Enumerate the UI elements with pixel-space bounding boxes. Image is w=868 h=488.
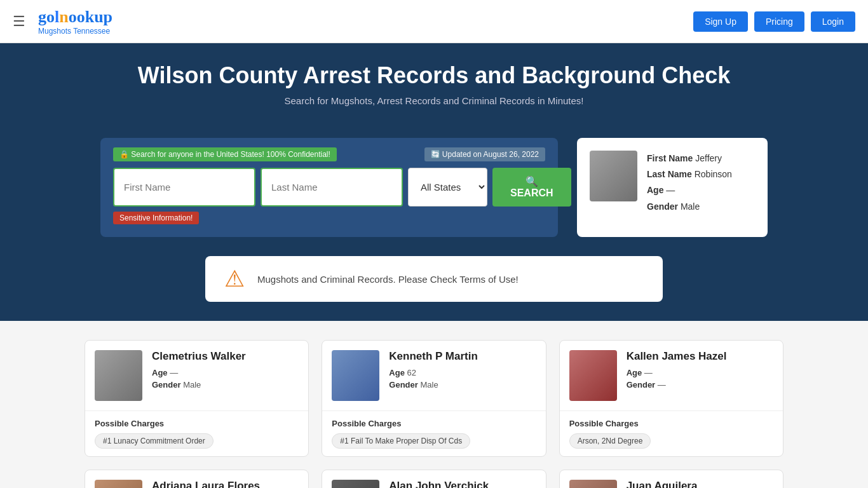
charges-section: Possible Charges #1 Lunacy Commitment Or… xyxy=(85,410,308,456)
confidential-badge: 🔒 Search for anyone in the United States… xyxy=(113,147,337,161)
charges-title: Possible Charges xyxy=(332,419,536,428)
profile-last-name: Last Name Robinson xyxy=(647,166,732,182)
person-age: Age 62 xyxy=(389,368,536,377)
cards-grid: Clemetrius Walker Age — Gender Male Poss… xyxy=(85,340,783,488)
person-name: Clemetrius Walker xyxy=(152,350,299,363)
person-info: Adriana Laura Flores Age — Gender — xyxy=(152,480,299,488)
charges-section: Possible Charges Arson, 2Nd Degree xyxy=(560,410,783,456)
charges-title: Possible Charges xyxy=(95,419,299,428)
charge-badge: #1 Fail To Make Proper Disp Of Cds xyxy=(332,433,470,449)
page-title: Wilson County Arrest Records and Backgro… xyxy=(13,62,855,89)
person-avatar xyxy=(569,350,617,401)
signup-button[interactable]: Sign Up xyxy=(693,11,748,32)
person-card[interactable]: Clemetrius Walker Age — Gender Male Poss… xyxy=(85,340,309,457)
person-avatar xyxy=(95,350,142,401)
profile-first-name: First Name Jeffery xyxy=(647,151,732,166)
pricing-button[interactable]: Pricing xyxy=(754,11,804,32)
person-name: Alan John Verchick xyxy=(389,480,536,488)
profile-gender: Gender Male xyxy=(647,199,732,215)
person-age: Age — xyxy=(627,368,773,377)
person-gender: Gender — xyxy=(627,380,773,390)
person-avatar xyxy=(569,480,617,488)
person-info: Alan John Verchick Age — Gender Male xyxy=(389,480,536,488)
charges-section: Possible Charges #1 Fail To Make Proper … xyxy=(322,410,545,456)
person-card[interactable]: Juan Aguilera Age — Gender Male Possible… xyxy=(559,470,783,488)
profile-card-inner: First Name Jeffery Last Name Robinson Ag… xyxy=(590,151,755,215)
person-card[interactable]: Adriana Laura Flores Age — Gender — Poss… xyxy=(85,470,309,488)
hero-subtitle: Search for Mugshots, Arrest Records and … xyxy=(13,95,855,106)
person-gender: Gender Male xyxy=(152,380,299,390)
person-card-top: Juan Aguilera Age — Gender Male xyxy=(560,470,783,488)
person-info: Clemetrius Walker Age — Gender Male xyxy=(152,350,299,392)
person-gender: Gender Male xyxy=(389,380,536,390)
charges-title: Possible Charges xyxy=(569,419,773,428)
profile-info: First Name Jeffery Last Name Robinson Ag… xyxy=(647,151,732,215)
person-name: Juan Aguilera xyxy=(627,480,773,488)
updated-badge: 🔄 Updated on August 26, 2022 xyxy=(424,147,545,161)
hero-section: Wilson County Arrest Records and Backgro… xyxy=(0,43,868,138)
search-area: 🔒 Search for anyone in the United States… xyxy=(0,138,868,256)
person-age: Age — xyxy=(152,368,299,377)
person-info: Kallen James Hazel Age — Gender — xyxy=(627,350,773,392)
header: ☰ golnookup Mugshots Tennessee Sign Up P… xyxy=(0,0,868,43)
charge-badge: #1 Lunacy Commitment Order xyxy=(95,433,214,449)
search-button[interactable]: 🔍 SEARCH xyxy=(492,168,571,207)
sensitive-warning: Sensitive Information! xyxy=(113,212,199,224)
profile-card: First Name Jeffery Last Name Robinson Ag… xyxy=(577,138,768,237)
person-name: Kallen James Hazel xyxy=(627,350,773,363)
person-avatar xyxy=(332,480,379,488)
login-button[interactable]: Login xyxy=(811,11,855,32)
charge-badge: Arson, 2Nd Degree xyxy=(569,433,651,449)
logo[interactable]: golnookup Mugshots Tennessee xyxy=(38,8,112,36)
person-avatar xyxy=(332,350,379,401)
search-box: 🔒 Search for anyone in the United States… xyxy=(100,138,558,237)
person-card-top: Kallen James Hazel Age — Gender — xyxy=(560,341,783,410)
person-name: Adriana Laura Flores xyxy=(152,480,299,488)
person-info: Kenneth P Martin Age 62 Gender Male xyxy=(389,350,536,392)
content-area: Clemetrius Walker Age — Gender Male Poss… xyxy=(0,321,868,488)
person-card[interactable]: Kenneth P Martin Age 62 Gender Male Poss… xyxy=(322,340,546,457)
hamburger-icon[interactable]: ☰ xyxy=(13,13,25,30)
profile-age: Age — xyxy=(647,182,732,198)
person-card[interactable]: Alan John Verchick Age — Gender Male Pos… xyxy=(322,470,546,488)
logo-subtitle: Mugshots Tennessee xyxy=(38,27,112,36)
search-info-bar: 🔒 Search for anyone in the United States… xyxy=(113,147,545,161)
person-card[interactable]: Kallen James Hazel Age — Gender — Possib… xyxy=(559,340,783,457)
header-buttons: Sign Up Pricing Login xyxy=(693,11,855,32)
person-avatar xyxy=(95,480,142,488)
state-select[interactable]: All States Alabama Alaska Tennessee xyxy=(408,168,487,207)
person-card-top: Alan John Verchick Age — Gender Male xyxy=(322,470,545,488)
person-card-top: Clemetrius Walker Age — Gender Male xyxy=(85,341,308,410)
first-name-input[interactable] xyxy=(113,168,255,207)
search-fields: All States Alabama Alaska Tennessee 🔍 SE… xyxy=(113,168,545,207)
logo-text: golnookup xyxy=(38,8,112,27)
person-name: Kenneth P Martin xyxy=(389,350,536,363)
warning-icon: ⚠ xyxy=(224,266,245,292)
last-name-input[interactable] xyxy=(261,168,403,207)
warning-bar-wrap: ⚠ Mugshots and Criminal Records. Please … xyxy=(0,256,868,321)
person-card-top: Kenneth P Martin Age 62 Gender Male xyxy=(322,341,545,410)
person-card-top: Adriana Laura Flores Age — Gender — xyxy=(85,470,308,488)
person-info: Juan Aguilera Age — Gender Male xyxy=(627,480,773,488)
warning-text: Mugshots and Criminal Records. Please Ch… xyxy=(257,274,519,285)
warning-bar: ⚠ Mugshots and Criminal Records. Please … xyxy=(205,256,663,302)
header-left: ☰ golnookup Mugshots Tennessee xyxy=(13,8,112,36)
profile-avatar xyxy=(590,151,637,201)
